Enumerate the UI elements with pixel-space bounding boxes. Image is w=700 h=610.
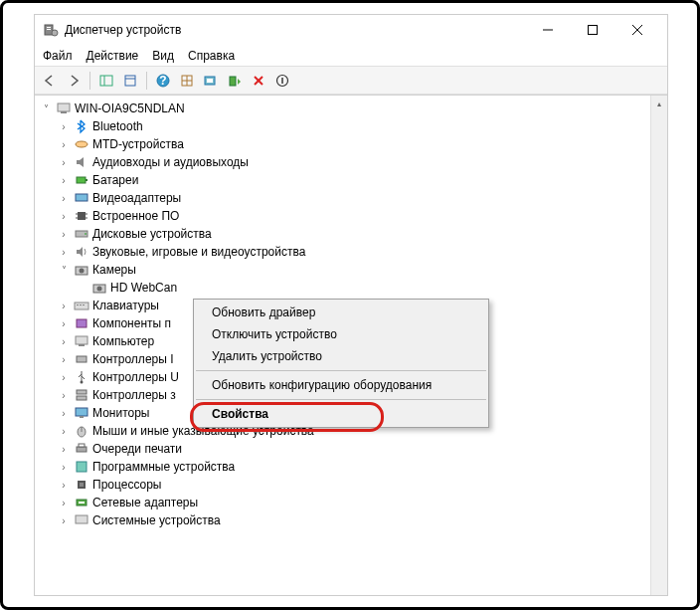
svg-point-37 [80,269,85,274]
expand-icon[interactable]: › [57,336,71,347]
root-label: WIN-OIA9C5NDLAN [75,102,185,115]
expand-icon[interactable]: › [57,193,71,204]
audio-icon [74,154,89,170]
toolbar-grid-button[interactable] [176,70,198,92]
ctx-remove-device[interactable]: Удалить устройство [194,345,488,367]
bluetooth-icon [74,118,89,134]
category-system[interactable]: ›Системные устройства [35,511,650,529]
category-print-queues[interactable]: ›Очереди печати [35,440,650,458]
expand-icon[interactable]: › [57,408,71,419]
computer-icon [74,333,89,349]
menu-file[interactable]: Файл [43,49,73,63]
category-label: Батареи [92,173,138,187]
ctx-update-driver[interactable]: Обновить драйвер [194,302,488,323]
svg-rect-49 [77,390,87,394]
expand-icon[interactable]: › [57,211,71,222]
expand-icon[interactable]: › [57,247,71,258]
expand-icon[interactable]: › [57,139,71,150]
svg-rect-41 [77,305,79,305]
category-label: Системные устройства [92,513,221,527]
uninstall-button[interactable] [248,70,269,92]
menu-view[interactable]: Вид [152,49,174,63]
update-driver-button[interactable] [224,70,246,92]
category-video[interactable]: ›Видеоадаптеры [35,189,650,207]
svg-rect-50 [77,396,87,400]
ctx-disable-device[interactable]: Отключить устройство [194,323,488,345]
category-network[interactable]: ›Сетевые адаптеры [35,494,650,511]
collapse-icon[interactable]: ˅ [57,265,71,276]
svg-rect-8 [100,76,112,86]
category-battery[interactable]: ›Батареи [35,171,650,189]
close-button[interactable] [614,15,659,45]
expand-icon[interactable]: › [57,318,71,329]
root-node[interactable]: ˅ WIN-OIA9C5NDLAN [35,100,650,117]
category-audio-io[interactable]: ›Аудиовходы и аудиовыходы [35,153,650,171]
svg-rect-43 [83,305,85,305]
menu-action[interactable]: Действие [87,49,139,63]
print-component-icon [74,315,89,331]
category-firmware[interactable]: ›Встроенное ПО [35,207,650,225]
battery-icon [74,172,89,188]
help-button[interactable]: ? [152,70,174,92]
properties-button[interactable] [119,70,141,92]
expand-icon[interactable]: › [57,515,71,526]
back-button[interactable] [39,70,61,92]
scan-hardware-button[interactable] [200,70,222,92]
ctx-properties[interactable]: Свойства [194,403,488,425]
expand-icon[interactable]: › [57,175,71,186]
category-cameras[interactable]: ˅Камеры [35,261,650,279]
expand-icon[interactable]: › [57,462,71,473]
svg-rect-57 [77,462,87,472]
expand-icon[interactable]: › [57,390,71,401]
category-bluetooth[interactable]: ›Bluetooth [35,117,650,135]
expand-icon[interactable]: › [57,444,71,455]
expand-icon[interactable]: › [57,372,71,383]
category-sound-game[interactable]: ›Звуковые, игровые и видеоустройства [35,243,650,261]
device-hd-webcan[interactable]: HD WebCan [35,279,650,297]
category-processors[interactable]: ›Процессоры [35,476,650,494]
forward-button[interactable] [63,70,85,92]
collapse-icon[interactable]: ˅ [39,103,53,114]
window-controls [525,15,659,45]
expand-icon[interactable]: › [57,480,71,491]
expand-icon[interactable]: › [57,354,71,365]
expand-icon[interactable]: › [57,426,71,437]
expand-icon[interactable]: › [57,498,71,508]
expand-icon[interactable]: › [57,301,71,311]
expand-icon[interactable]: › [57,229,71,240]
category-mtd[interactable]: ›MTD-устройства [35,135,650,153]
menu-help[interactable]: Справка [188,49,235,63]
category-label: Программные устройства [92,460,235,474]
scroll-up-icon[interactable]: ▴ [651,96,667,112]
svg-point-39 [97,287,102,292]
svg-rect-44 [77,319,87,327]
svg-rect-1 [47,27,51,28]
ctx-scan-hardware[interactable]: Обновить конфигурацию оборудования [194,374,488,396]
expand-icon[interactable]: › [57,121,71,132]
category-disk[interactable]: ›Дисковые устройства [35,225,650,243]
svg-rect-18 [207,79,213,83]
vertical-scrollbar[interactable]: ▴ [650,96,667,595]
keyboard-icon [74,298,89,313]
category-label: Очереди печати [92,442,182,456]
chip-icon [74,208,89,224]
context-menu: Обновить драйвер Отключить устройство Уд… [193,299,489,428]
ctx-label: Свойства [212,407,268,421]
category-software-devices[interactable]: ›Программные устройства [35,458,650,476]
app-icon [43,22,59,38]
show-hide-tree-button[interactable] [95,70,117,92]
software-device-icon [74,459,89,475]
minimize-button[interactable] [525,15,570,45]
maximize-button[interactable] [570,15,614,45]
expand-icon[interactable]: › [57,157,71,168]
svg-rect-40 [75,303,88,309]
svg-rect-5 [588,26,597,35]
category-label: MTD-устройства [92,137,184,151]
svg-rect-52 [80,416,84,418]
disable-button[interactable] [271,70,293,92]
svg-rect-2 [47,29,51,30]
category-label: Контроллеры I [92,352,174,366]
svg-rect-62 [76,515,88,523]
disk-icon [74,136,89,152]
hdd-icon [74,226,89,242]
